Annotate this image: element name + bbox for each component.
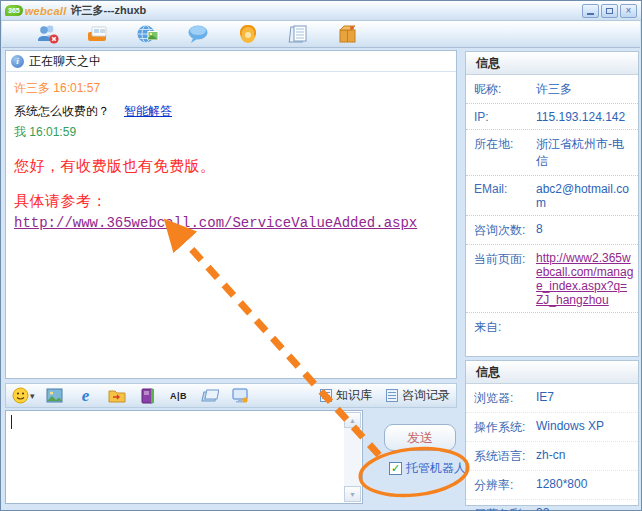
remote-desktop-icon xyxy=(232,388,249,404)
robot-checkbox[interactable]: ✓ xyxy=(389,462,402,475)
current-page-link[interactable]: http://www2.365webcall.com/manage_index.… xyxy=(536,251,634,307)
chat-records-button[interactable]: 咨询记录 xyxy=(386,387,450,404)
info-row-color-depth: 屏幕色彩: 32 xyxy=(466,500,638,511)
message-input[interactable]: ▲ ▼ xyxy=(5,410,363,504)
info-row-os: 操作系统: Windows XP xyxy=(466,413,638,442)
send-page-button[interactable] xyxy=(199,386,221,406)
agent-name: 我 xyxy=(14,125,26,139)
toolbox-icon[interactable] xyxy=(335,22,361,46)
file-transfer-button[interactable] xyxy=(106,386,128,406)
visitor-timestamp: 16:01:57 xyxy=(53,81,100,95)
maximize-button[interactable] xyxy=(601,4,618,18)
info-row-ip: IP: 115.193.124.142 xyxy=(466,104,638,130)
knowledge-base-label: 知识库 xyxy=(336,387,372,404)
window-controls: × xyxy=(582,4,637,18)
emoticon-dropdown-caret[interactable]: ▾ xyxy=(30,391,35,401)
knowledge-base-icon xyxy=(320,389,332,402)
logo-webcall-text: webcall xyxy=(25,5,67,17)
input-scrollbar[interactable]: ▲ ▼ xyxy=(344,412,361,502)
minimize-icon xyxy=(587,13,594,15)
font-button[interactable]: A|B xyxy=(168,386,190,406)
info-row-visit-count: 咨询次数: 8 xyxy=(466,216,638,245)
info-row-browser: 浏览器: IE7 xyxy=(466,384,638,413)
send-webpage-icon[interactable] xyxy=(135,22,161,46)
chat-status-text: 正在聊天之中 xyxy=(29,53,101,70)
emoticon-icon xyxy=(12,387,29,404)
font-icon: A|B xyxy=(170,391,187,401)
text-caret xyxy=(11,415,12,429)
chat-records-label: 咨询记录 xyxy=(402,387,450,404)
insert-image-button[interactable] xyxy=(44,386,66,406)
main-toolbar xyxy=(2,21,640,48)
composer-toolbar: ▾ e A|B xyxy=(5,383,457,408)
chat-records-doc-icon xyxy=(386,389,398,402)
ie-browser-icon: e xyxy=(82,386,90,406)
visitor-message: 系统怎么收费的？智能解答 xyxy=(14,103,448,120)
dictionary-icon xyxy=(140,388,156,404)
agent-reply-line1: 您好，有收费版也有免费版。 xyxy=(14,157,448,176)
knowledge-base-button[interactable]: 知识库 xyxy=(320,387,372,404)
logo-365-badge: 365 xyxy=(5,5,23,16)
chat-window: 365 webcall 许三多---zhuxb × xyxy=(0,0,642,511)
info-row-email: EMail: abc2@hotmail.com xyxy=(466,176,638,216)
info-row-resolution: 分辨率: 1280*800 xyxy=(466,471,638,500)
visitor-info-header: 信息 xyxy=(466,52,638,75)
info-row-language: 系统语言: zh-cn xyxy=(466,442,638,471)
voice-chat-icon[interactable] xyxy=(235,22,261,46)
visitor-info-panel: 信息 昵称: 许三多 IP: 115.193.124.142 所在地: 浙江省杭… xyxy=(465,51,639,357)
close-button[interactable]: × xyxy=(620,4,637,18)
robot-checkbox-label: 托管机器人 xyxy=(406,460,466,477)
send-page-icon xyxy=(201,389,219,403)
insert-image-icon xyxy=(46,388,63,403)
visitor-name: 许三多 xyxy=(14,81,50,95)
end-chat-users-icon[interactable] xyxy=(35,22,61,46)
chat-panel: i 正在聊天之中 许三多 16:01:57 系统怎么收费的？智能解答 我 16:… xyxy=(5,50,457,379)
smart-answer-link[interactable]: 智能解答 xyxy=(124,104,172,118)
visitor-message-meta: 许三多 16:01:57 xyxy=(14,80,448,97)
agent-reply-line2: 具体请参考： xyxy=(14,192,448,211)
info-row-nickname: 昵称: 许三多 xyxy=(466,75,638,104)
remote-desktop-button[interactable] xyxy=(230,386,252,406)
service-url-link[interactable]: http://www.365webcall.com/ServiceValueAd… xyxy=(14,215,417,231)
system-info-header: 信息 xyxy=(466,361,638,384)
send-button[interactable]: 发送 xyxy=(384,424,456,451)
chat-bubble-icon[interactable] xyxy=(185,22,211,46)
ie-browser-button[interactable]: e xyxy=(75,386,97,406)
info-icon: i xyxy=(11,55,24,68)
chat-messages[interactable]: 许三多 16:01:57 系统怎么收费的？智能解答 我 16:01:59 您好，… xyxy=(6,72,456,237)
info-row-location: 所在地: 浙江省杭州市-电信 xyxy=(466,130,638,176)
titlebar: 365 webcall 许三多---zhuxb × xyxy=(1,1,641,21)
webcall-logo: 365 webcall xyxy=(5,5,67,17)
file-transfer-icon xyxy=(108,388,126,403)
minimize-button[interactable] xyxy=(582,4,599,18)
scroll-down-button[interactable]: ▼ xyxy=(344,486,361,502)
close-icon: × xyxy=(626,6,632,16)
robot-checkbox-row[interactable]: ✓ 托管机器人 xyxy=(389,460,466,477)
chat-status-bar: i 正在聊天之中 xyxy=(6,51,456,72)
info-row-referrer: 来自: xyxy=(466,313,638,341)
checkmark-icon: ✓ xyxy=(391,463,400,474)
window-title: 许三多---zhuxb xyxy=(71,3,147,18)
dictionary-button[interactable] xyxy=(137,386,159,406)
system-info-panel: 信息 浏览器: IE7 操作系统: Windows XP 系统语言: zh-cn… xyxy=(465,360,639,506)
info-row-current-page: 当前页面: http://www2.365webcall.com/manage_… xyxy=(466,245,638,313)
maximize-icon xyxy=(606,8,613,14)
chat-records-icon[interactable] xyxy=(285,22,311,46)
agent-message-meta: 我 16:01:59 xyxy=(14,124,448,141)
emoticon-button[interactable]: ▾ xyxy=(12,387,35,404)
contact-card-icon[interactable] xyxy=(85,22,111,46)
agent-timestamp: 16:01:59 xyxy=(29,125,76,139)
scroll-up-button[interactable]: ▲ xyxy=(344,412,361,428)
visitor-message-text: 系统怎么收费的？ xyxy=(14,104,110,118)
